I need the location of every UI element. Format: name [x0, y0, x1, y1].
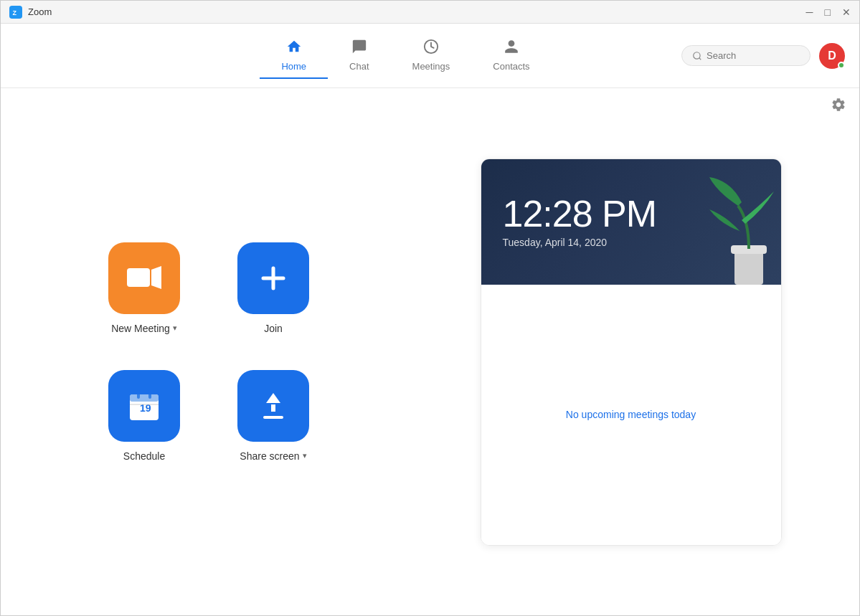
title-bar-left: Z Zoom [9, 6, 52, 19]
home-icon [286, 39, 302, 58]
tab-home[interactable]: Home [260, 33, 328, 79]
plant-decoration [695, 170, 781, 285]
time-date: 12:28 PM Tuesday, April 14, 2020 [503, 195, 657, 248]
app-title: Zoom [28, 6, 52, 17]
svg-rect-5 [127, 268, 150, 287]
plus-icon [257, 262, 289, 294]
window-controls: ─ □ ✕ [806, 6, 851, 18]
tab-contacts[interactable]: Contacts [471, 33, 551, 79]
title-bar: Z Zoom ─ □ ✕ [1, 1, 859, 24]
tab-chat[interactable]: Chat [328, 33, 390, 79]
share-screen-button[interactable] [237, 370, 309, 442]
left-panel: New Meeting ▾ Join [1, 88, 417, 615]
minimize-button[interactable]: ─ [806, 6, 813, 18]
action-grid: New Meeting ▾ Join [108, 242, 309, 462]
tab-meetings[interactable]: Meetings [391, 33, 472, 79]
svg-rect-16 [734, 249, 763, 285]
schedule-item[interactable]: 19 Schedule [108, 370, 180, 462]
nav-bar: Home Chat Meetings [1, 24, 859, 88]
clock-date: Tuesday, April 14, 2020 [503, 237, 657, 248]
no-meetings-text: No upcoming meetings today [566, 409, 696, 420]
nav-tabs: Home Chat Meetings [130, 33, 681, 79]
schedule-button[interactable]: 19 [108, 370, 180, 442]
avatar-initial: D [828, 49, 836, 62]
join-label: Join [264, 323, 283, 334]
new-meeting-item[interactable]: New Meeting ▾ [108, 242, 180, 334]
close-button[interactable]: ✕ [842, 6, 851, 18]
join-item[interactable]: Join [237, 242, 309, 334]
share-up-icon [263, 393, 283, 419]
chat-icon [351, 39, 367, 58]
tab-home-label: Home [281, 61, 306, 72]
new-meeting-label: New Meeting ▾ [111, 323, 177, 334]
main-content: New Meeting ▾ Join [1, 88, 859, 615]
svg-point-3 [694, 52, 700, 58]
maximize-button[interactable]: □ [825, 6, 831, 18]
settings-icon[interactable] [831, 97, 846, 116]
online-badge [838, 62, 845, 69]
search-input[interactable] [707, 50, 800, 61]
contacts-icon [504, 39, 519, 58]
zoom-logo-icon: Z [9, 6, 22, 19]
calendar-header: 12:28 PM Tuesday, April 14, 2020 [481, 159, 781, 285]
svg-text:19: 19 [140, 402, 151, 414]
svg-marker-6 [151, 266, 161, 289]
right-panel: 12:28 PM Tuesday, April 14, 2020 [417, 88, 859, 615]
share-screen-item[interactable]: Share screen ▾ [237, 370, 309, 462]
join-button[interactable] [237, 242, 309, 314]
svg-text:Z: Z [13, 9, 17, 16]
new-meeting-chevron: ▾ [173, 323, 177, 333]
svg-rect-14 [130, 394, 159, 402]
calendar-icon: 19 [127, 389, 161, 423]
tab-meetings-label: Meetings [412, 61, 450, 72]
share-screen-chevron: ▾ [303, 451, 307, 460]
tab-contacts-label: Contacts [493, 61, 529, 72]
calendar-body: No upcoming meetings today [481, 285, 781, 545]
clock-time: 12:28 PM [503, 195, 657, 232]
meetings-icon [423, 39, 439, 58]
search-box[interactable] [681, 45, 811, 66]
tab-chat-label: Chat [349, 61, 369, 72]
avatar[interactable]: D [819, 43, 845, 69]
video-camera-icon [126, 265, 163, 291]
calendar-card: 12:28 PM Tuesday, April 14, 2020 [481, 158, 782, 546]
schedule-label: Schedule [123, 450, 165, 462]
svg-line-4 [699, 57, 701, 60]
app-window: Z Zoom ─ □ ✕ Home [0, 0, 860, 616]
nav-right: D [681, 43, 845, 69]
new-meeting-button[interactable] [108, 242, 180, 314]
share-screen-label: Share screen ▾ [240, 450, 306, 462]
search-icon [692, 51, 702, 61]
